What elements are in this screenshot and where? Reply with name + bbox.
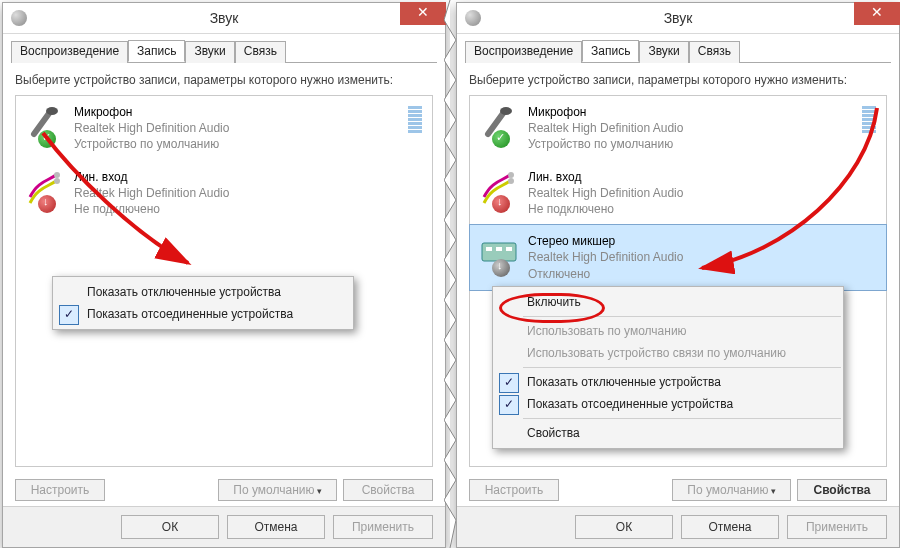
device-row-stereomix[interactable]: Стерео микшер Realtek High Definition Au… [469, 224, 887, 291]
mixer-icon [478, 233, 520, 275]
device-action-buttons: Настроить По умолчанию Свойства [469, 479, 887, 501]
device-row-linein[interactable]: Лин. вход Realtek High Definition Audio … [470, 161, 886, 226]
svg-point-2 [54, 178, 60, 184]
menu-show-disconnected[interactable]: ✓ Показать отсоединенные устройства [53, 303, 353, 325]
device-action-buttons: Настроить По умолчанию Свойства [15, 479, 433, 501]
instruction-text: Выберите устройство записи, параметры ко… [469, 73, 887, 87]
ok-button[interactable]: ОК [121, 515, 219, 539]
tab-strip: Воспроизведение Запись Звуки Связь [11, 40, 437, 63]
menu-set-comm-default: Использовать устройство связи по умолчан… [493, 342, 843, 364]
dialog-buttons: ОК Отмена Применить [457, 506, 899, 547]
cancel-button[interactable]: Отмена [227, 515, 325, 539]
device-driver: Realtek High Definition Audio [74, 185, 424, 201]
menu-separator [523, 418, 841, 419]
device-name: Лин. вход [528, 169, 878, 185]
tab-content: Выберите устройство записи, параметры ко… [3, 63, 445, 509]
device-row-microphone[interactable]: Микрофон Realtek High Definition Audio У… [470, 96, 886, 161]
device-row-linein[interactable]: Лин. вход Realtek High Definition Audio … [16, 161, 432, 226]
device-driver: Realtek High Definition Audio [528, 185, 878, 201]
instruction-text: Выберите устройство записи, параметры ко… [15, 73, 433, 87]
tab-recording[interactable]: Запись [128, 40, 185, 62]
tab-sounds[interactable]: Звуки [639, 41, 688, 63]
apply-button[interactable]: Применить [333, 515, 433, 539]
device-status: Устройство по умолчанию [74, 136, 424, 152]
tab-playback[interactable]: Воспроизведение [11, 41, 128, 63]
set-default-button[interactable]: По умолчанию [672, 479, 791, 501]
menu-show-disabled[interactable]: Показать отключенные устройства [53, 281, 353, 303]
check-badge-icon [38, 130, 56, 148]
device-status: Отключено [528, 266, 878, 282]
device-status: Устройство по умолчанию [528, 136, 878, 152]
menu-separator [523, 316, 841, 317]
svg-point-3 [500, 107, 512, 115]
svg-point-0 [46, 107, 58, 115]
microphone-icon [478, 104, 520, 146]
down-badge-icon [492, 195, 510, 213]
tab-playback[interactable]: Воспроизведение [465, 41, 582, 63]
device-name: Микрофон [528, 104, 878, 120]
cancel-button[interactable]: Отмена [681, 515, 779, 539]
menu-separator [523, 367, 841, 368]
check-icon: ✓ [499, 373, 519, 393]
close-button[interactable]: ✕ [400, 2, 446, 25]
sound-dialog-right: Звук ✕ Воспроизведение Запись Звуки Связ… [456, 2, 900, 548]
tab-sounds[interactable]: Звуки [185, 41, 234, 63]
titlebar[interactable]: Звук ✕ [457, 3, 899, 34]
svg-point-4 [508, 172, 514, 178]
device-name: Лин. вход [74, 169, 424, 185]
device-status: Не подключено [528, 201, 878, 217]
device-driver: Realtek High Definition Audio [74, 120, 424, 136]
menu-show-disconnected[interactable]: ✓ Показать отсоединенные устройства [493, 393, 843, 415]
level-meter-icon [862, 106, 876, 133]
down-badge-icon [492, 259, 510, 277]
microphone-icon [24, 104, 66, 146]
context-menu[interactable]: Показать отключенные устройства ✓ Показа… [52, 276, 354, 330]
menu-properties[interactable]: Свойства [493, 422, 843, 444]
menu-set-default: Использовать по умолчанию [493, 320, 843, 342]
tab-communications[interactable]: Связь [235, 41, 286, 63]
titlebar[interactable]: Звук ✕ [3, 3, 445, 34]
device-list[interactable]: Микрофон Realtek High Definition Audio У… [469, 95, 887, 467]
svg-rect-9 [506, 247, 512, 251]
level-meter-icon [408, 106, 422, 133]
properties-button[interactable]: Свойства [343, 479, 433, 501]
menu-show-disabled[interactable]: ✓ Показать отключенные устройства [493, 371, 843, 393]
ok-button[interactable]: ОК [575, 515, 673, 539]
context-menu[interactable]: Включить Использовать по умолчанию Испол… [492, 286, 844, 449]
check-badge-icon [492, 130, 510, 148]
device-list[interactable]: Микрофон Realtek High Definition Audio У… [15, 95, 433, 467]
tab-communications[interactable]: Связь [689, 41, 740, 63]
device-name: Микрофон [74, 104, 424, 120]
device-name: Стерео микшер [528, 233, 878, 249]
set-default-button[interactable]: По умолчанию [218, 479, 337, 501]
tab-recording[interactable]: Запись [582, 40, 639, 62]
dialog-buttons: ОК Отмена Применить [3, 506, 445, 547]
down-badge-icon [38, 195, 56, 213]
check-icon: ✓ [59, 305, 79, 325]
device-status: Не подключено [74, 201, 424, 217]
apply-button[interactable]: Применить [787, 515, 887, 539]
close-button[interactable]: ✕ [854, 2, 900, 25]
properties-button[interactable]: Свойства [797, 479, 887, 501]
window-title: Звук [457, 10, 899, 26]
menu-enable[interactable]: Включить [493, 291, 843, 313]
device-row-microphone[interactable]: Микрофон Realtek High Definition Audio У… [16, 96, 432, 161]
svg-rect-8 [496, 247, 502, 251]
window-title: Звук [3, 10, 445, 26]
tab-strip: Воспроизведение Запись Звуки Связь [465, 40, 891, 63]
linein-icon [478, 169, 520, 211]
device-driver: Realtek High Definition Audio [528, 120, 878, 136]
configure-button[interactable]: Настроить [469, 479, 559, 501]
svg-rect-7 [486, 247, 492, 251]
tab-content: Выберите устройство записи, параметры ко… [457, 63, 899, 509]
sound-dialog-left: Звук ✕ Воспроизведение Запись Звуки Связ… [2, 2, 446, 548]
check-icon: ✓ [499, 395, 519, 415]
device-driver: Realtek High Definition Audio [528, 249, 878, 265]
linein-icon [24, 169, 66, 211]
configure-button[interactable]: Настроить [15, 479, 105, 501]
svg-point-1 [54, 172, 60, 178]
svg-point-5 [508, 178, 514, 184]
